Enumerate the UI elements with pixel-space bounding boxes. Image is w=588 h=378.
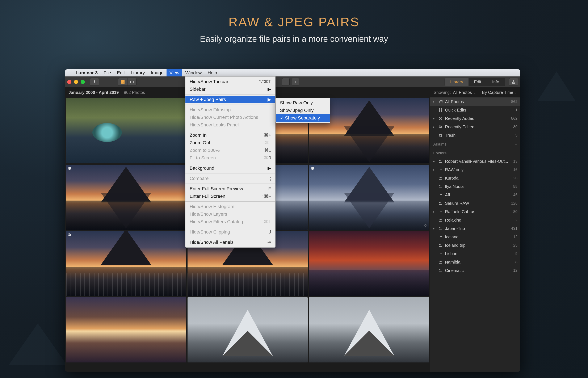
menu-item-label: Enter Full Screen Preview (190, 186, 243, 191)
folder-name: Robert Vanelli-Various Files-Out... (445, 159, 511, 164)
menu-help[interactable]: Help (204, 69, 220, 76)
folder-item[interactable]: ▸Raffaele Cabras80 (430, 207, 520, 216)
thumbnail[interactable] (187, 297, 308, 363)
menu-item[interactable]: ✓ Show Separately (276, 114, 330, 122)
plus-icon[interactable]: + (515, 150, 517, 156)
menu-item-label: Hide/Show Filters Catalog (190, 219, 243, 225)
menu-edit[interactable]: Edit (114, 69, 128, 76)
folder-item[interactable]: ▸RAW only16 (430, 165, 520, 174)
showing-filter-dropdown[interactable]: Showing: All Photos ⌄ (434, 90, 476, 95)
menu-library[interactable]: Library (128, 69, 148, 76)
svg-point-5 (69, 167, 69, 168)
folder-item[interactable]: Kuroda26 (430, 174, 520, 182)
thumbnail[interactable] (66, 165, 186, 230)
folder-item[interactable]: Iceland trip25 (430, 241, 520, 249)
tab-edit[interactable]: Edit (468, 78, 487, 86)
menu-image[interactable]: Image (148, 69, 167, 76)
menu-item[interactable]: Raw + Jpeg Pairs▶ (186, 96, 275, 103)
single-view-button[interactable] (127, 78, 136, 86)
share-button[interactable] (509, 78, 518, 86)
menu-file[interactable]: File (101, 69, 114, 76)
menu-item[interactable]: Zoom In⌘+ (186, 132, 275, 139)
folder-item[interactable]: Namibia8 (430, 258, 520, 266)
folder-icon (438, 260, 443, 264)
menu-item[interactable]: Enter Full Screen PreviewF (186, 185, 275, 193)
grid-view-button[interactable] (118, 78, 127, 86)
sidebar-item-recently-edited[interactable]: ▸Recently Edited80 (430, 123, 520, 131)
menu-item[interactable]: Zoom Out⌘- (186, 139, 275, 147)
sidebar-item-quick-edits[interactable]: Quick Edits1 (430, 106, 520, 114)
folder-count: 12 (513, 235, 517, 239)
folder-item[interactable]: Cinematic12 (430, 266, 520, 275)
tab-library[interactable]: Library (445, 78, 468, 86)
thumbnail[interactable] (309, 231, 429, 296)
disclosure-icon: ▸ (433, 210, 436, 213)
menu-item[interactable]: Show Raw Only (276, 99, 330, 107)
menu-item[interactable]: Hide/Show All Panels⇥ (186, 239, 275, 246)
minimize-window-button[interactable] (74, 80, 78, 84)
close-window-button[interactable] (67, 80, 71, 84)
folder-name: Sakura RAW (445, 201, 509, 206)
date-range: January 2000 - April 2019 (68, 90, 119, 95)
zoom-window-button[interactable] (81, 80, 85, 84)
menu-item[interactable]: Enter Full Screen^⌘F (186, 193, 275, 200)
folders-section-header[interactable]: Folders + (430, 148, 520, 157)
heart-icon[interactable]: ♡ (424, 223, 427, 228)
menu-item[interactable]: Show Jpeg Only (276, 107, 330, 114)
folder-item[interactable]: Lisbon9 (430, 249, 520, 258)
folder-item[interactable]: Ilya Nodia55 (430, 182, 520, 191)
folder-name: Cinematic (445, 268, 511, 273)
disclosure-icon: ▸ (433, 168, 436, 171)
tab-info[interactable]: Info (487, 78, 505, 86)
folder-item[interactable]: ▸Japan-Trip431 (430, 224, 520, 233)
menu-item: Hide/Show Filters Catalog⌘L (186, 218, 275, 226)
menu-item[interactable]: Sidebar▶ (186, 85, 275, 93)
folder-count: 431 (511, 226, 517, 231)
svg-rect-1 (123, 81, 124, 81)
thumbnail[interactable] (66, 231, 186, 296)
minus-button[interactable]: − (282, 78, 290, 86)
menu-item-label: Hide/Show Layers (190, 212, 227, 217)
svg-rect-22 (441, 108, 442, 110)
plus-icon[interactable]: + (515, 142, 517, 147)
svg-point-7 (69, 169, 70, 170)
view-menu: Hide/Show Toolbar⌥⌘TSidebar▶Raw + Jpeg P… (185, 76, 276, 248)
folder-count: 8 (515, 260, 517, 264)
folder-item[interactable]: Sakura RAW126 (430, 199, 520, 207)
menu-item-label: Fit to Screen (190, 155, 216, 161)
menu-item[interactable]: Background▶ (186, 164, 275, 172)
folder-item[interactable]: ▸Robert Vanelli-Various Files-Out...13 (430, 157, 520, 165)
sidebar-item-count: 5 (515, 133, 517, 137)
thumbnail[interactable]: ♡ (309, 165, 429, 230)
menu-shortcut: ; (270, 176, 271, 181)
albums-section-header[interactable]: Albums + (430, 139, 520, 148)
menu-window[interactable]: Window (182, 69, 204, 76)
thumbnail[interactable] (66, 98, 186, 163)
folder-icon (438, 235, 443, 239)
sort-dropdown[interactable]: By Capture Time ⌄ (482, 90, 517, 95)
sliders-icon (311, 166, 315, 172)
menu-item: Hide/Show Histogram (186, 203, 275, 210)
import-button[interactable] (90, 78, 99, 86)
sidebar-item-recently-added[interactable]: ▸Recently Added862 (430, 114, 520, 123)
sliders-icon (438, 125, 443, 129)
sidebar-item-label: All Photos (445, 99, 509, 104)
plus-button[interactable]: + (292, 78, 299, 86)
thumbnail[interactable] (309, 297, 429, 363)
folder-item[interactable]: Iceland12 (430, 233, 520, 241)
folder-icon (438, 252, 443, 256)
sidebar-item-count: 862 (511, 100, 517, 104)
menu-shortcut: J (269, 229, 271, 235)
folder-item[interactable]: Relaxing2 (430, 216, 520, 224)
sidebar-item-all-photos[interactable]: ▸All Photos862 (430, 97, 520, 106)
sidebar-item-trash[interactable]: Trash5 (430, 131, 520, 139)
folder-name: Namibia (445, 260, 513, 265)
menu-item-label: Hide/Show Current Photo Actions (190, 115, 258, 120)
folder-item[interactable]: Aff46 (430, 191, 520, 199)
menu-item[interactable]: Hide/Show Toolbar⌥⌘T (186, 78, 275, 85)
app-name[interactable]: Luminar 3 (73, 70, 101, 76)
thumbnail[interactable] (66, 297, 186, 363)
submenu-arrow-icon: ▶ (267, 97, 271, 102)
folder-icon (438, 268, 443, 273)
menu-view[interactable]: View (167, 69, 182, 76)
